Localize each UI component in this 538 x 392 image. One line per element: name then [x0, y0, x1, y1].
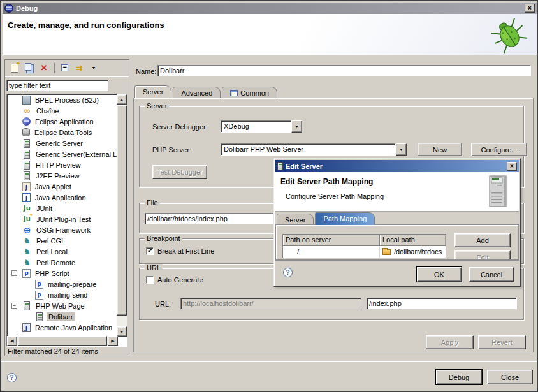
tree-item[interactable]: mailing-send — [7, 289, 127, 300]
scroll-down-icon[interactable]: ▼ — [117, 326, 127, 337]
folder-icon — [382, 249, 391, 255]
server-icon — [24, 139, 30, 148]
delete-configuration-icon[interactable]: ✕ — [37, 62, 51, 75]
cancel-button[interactable]: Cancel — [469, 267, 514, 282]
add-mapping-button[interactable]: Add — [454, 233, 511, 247]
tree-horizontal-scrollbar[interactable]: ◀ ▶ — [7, 336, 118, 346]
tree-item[interactable]: OSGi Framework — [7, 224, 127, 235]
chain-icon — [22, 106, 32, 115]
filter-configurations-icon[interactable]: ⇉ — [72, 62, 86, 75]
php-server-label: PHP Server: — [152, 146, 191, 154]
server-group-legend: Server — [145, 102, 169, 110]
tree-vertical-scrollbar[interactable]: ▲ ▼ — [117, 94, 127, 337]
java-application-icon — [22, 193, 31, 202]
name-input[interactable] — [157, 65, 531, 76]
window-title: Debug — [16, 4, 38, 12]
close-button[interactable]: Close — [487, 370, 533, 384]
break-first-line-checkbox[interactable] — [146, 247, 154, 255]
collapse-expander-icon[interactable] — [11, 270, 17, 276]
eclipse-logo-icon — [4, 4, 13, 13]
tree-item[interactable]: BPEL Process (B2J) — [7, 94, 127, 105]
php-server-select[interactable]: Dolibarr PHP Web Server ▼ — [221, 143, 407, 156]
tree-item[interactable]: PHP Web Page — [7, 300, 127, 311]
dialog-heading: Edit Server Path Mapping — [280, 177, 373, 186]
dialog-title: Edit Server — [286, 163, 323, 170]
php-web-page-icon — [36, 312, 43, 321]
osgi-framework-icon — [22, 226, 32, 235]
tree-item[interactable]: Eclipse Data Tools — [7, 127, 127, 138]
perl-icon — [22, 258, 32, 267]
view-menu-icon[interactable]: ▼ — [87, 62, 101, 75]
auto-generate-checkbox[interactable] — [146, 276, 154, 284]
tree-item[interactable]: Java Application — [7, 192, 127, 203]
dialog-titlebar[interactable]: Edit Server × — [275, 160, 519, 172]
tree-item[interactable]: JUnit Plug-in Test — [7, 214, 127, 224]
configure-server-button[interactable]: Configure... — [471, 143, 527, 156]
tree-item[interactable]: PHP Script — [7, 268, 127, 279]
url-group-legend: URL — [145, 264, 163, 272]
tree-item[interactable]: Generic Server — [7, 138, 127, 149]
column-local-path[interactable]: Local path — [380, 235, 446, 246]
ok-button[interactable]: OK — [417, 267, 462, 282]
collapse-expander-icon[interactable] — [11, 303, 17, 309]
tree-item[interactable]: Perl Remote — [7, 257, 127, 268]
tab-advanced[interactable]: Advanced — [173, 87, 221, 98]
header-banner: Create, manage, and run configurations — [3, 14, 537, 55]
chevron-down-icon[interactable]: ▼ — [291, 120, 302, 133]
tree-item[interactable]: J2EE Preview — [7, 170, 127, 181]
tree-item[interactable]: Chaîne — [7, 105, 127, 116]
tree-item[interactable]: Java Applet — [7, 181, 127, 192]
file-group-legend: File — [145, 199, 160, 207]
column-path-on-server[interactable]: Path on server — [283, 235, 380, 246]
tree-item[interactable]: Eclipse Application — [7, 116, 127, 127]
scroll-up-icon[interactable]: ▲ — [117, 94, 127, 105]
php-script-icon — [22, 269, 31, 278]
dialog-help-icon[interactable]: ? — [283, 268, 293, 277]
tree-item-selected[interactable]: Dolibarr — [7, 311, 127, 322]
scrollbar-thumb[interactable] — [117, 105, 127, 316]
window-help-icon[interactable]: ? — [7, 373, 17, 382]
filter-status-text: Filter matched 24 of 24 items — [8, 347, 98, 355]
url-path-input[interactable] — [367, 298, 517, 309]
apply-button: Apply — [426, 335, 474, 349]
tree-item[interactable]: Generic Server(External La — [7, 149, 127, 159]
php-script-icon — [35, 280, 43, 289]
server-icon — [277, 162, 283, 170]
tree-item[interactable]: HTTP Preview — [7, 159, 127, 170]
dialog-close-icon[interactable]: × — [507, 162, 517, 171]
filter-input[interactable] — [6, 80, 108, 91]
debug-button[interactable]: Debug — [436, 370, 482, 384]
scroll-right-icon[interactable]: ▶ — [108, 336, 118, 346]
tree-item[interactable]: Perl CGI — [7, 235, 127, 246]
dialog-tab-server[interactable]: Server — [277, 214, 314, 225]
collapse-all-icon[interactable] — [57, 62, 71, 75]
path-mapping-table[interactable]: Path on server Local path / /dolibarr/ht… — [282, 234, 446, 258]
table-header-row: Path on server Local path — [283, 235, 446, 246]
tree-item[interactable]: Remote Java Application — [7, 322, 127, 333]
server-debugger-select[interactable]: XDebug ▼ — [221, 120, 302, 133]
window-titlebar[interactable]: Debug × — [3, 3, 537, 14]
server-icon — [24, 150, 30, 159]
tree-item[interactable]: Perl Local — [7, 246, 127, 257]
table-row[interactable]: / /dolibarr/htdocs — [283, 246, 446, 258]
new-server-button[interactable]: New — [418, 143, 462, 156]
chevron-down-icon[interactable]: ▼ — [396, 143, 407, 156]
url-label: URL: — [155, 300, 171, 308]
scrollbar-thumb[interactable] — [18, 336, 107, 346]
tab-common[interactable]: Common — [222, 87, 277, 98]
breakpoint-group-legend: Breakpoint — [145, 235, 182, 242]
php-script-icon — [35, 291, 43, 300]
break-first-line-label: Break at First Line — [157, 247, 214, 255]
tree-item[interactable]: mailing-prepare — [7, 279, 127, 289]
perl-icon — [22, 236, 32, 245]
dialog-tab-path-mapping[interactable]: Path Mapping — [315, 212, 375, 225]
window-close-icon[interactable]: × — [525, 4, 535, 13]
scroll-left-icon[interactable]: ◀ — [7, 336, 17, 346]
bpel-process-icon — [22, 96, 31, 105]
revert-button: Revert — [478, 335, 526, 349]
page-title: Create, manage, and run configurations — [3, 14, 537, 30]
new-configuration-icon[interactable] — [8, 62, 22, 75]
tab-server[interactable]: Server — [134, 85, 171, 98]
tree-item[interactable]: JUnit — [7, 203, 127, 214]
duplicate-configuration-icon[interactable] — [22, 62, 36, 75]
